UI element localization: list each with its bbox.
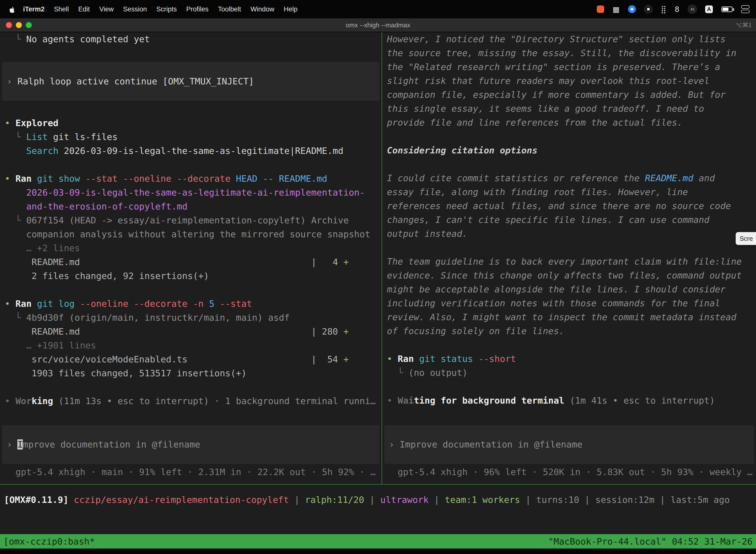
text-segment (32, 298, 37, 309)
keyboard-grid-icon[interactable]: ▦ (613, 5, 620, 14)
text-segment: (11m 13s • esc to interrupt) · 1 backgro… (53, 396, 376, 406)
terminal-line (382, 241, 756, 255)
screen-overlay-tab[interactable]: Scre (736, 232, 756, 245)
terminal-line: companion analysis without altering the … (0, 227, 381, 241)
menu-item-window[interactable]: Window (246, 5, 279, 13)
terminal-line: • Waiting for background terminal (1m 41… (382, 394, 756, 407)
ghost-app-icon[interactable]: 8 (675, 5, 679, 14)
text-segment: No agents completed yet (26, 34, 150, 44)
right-pane[interactable]: However, I noticed the "Directory Struct… (382, 32, 756, 484)
text-segment (75, 298, 80, 309)
terminal-line: output instead. (382, 227, 756, 241)
menu-item-profiles[interactable]: Profiles (182, 5, 213, 13)
apple-menu[interactable] (6, 5, 18, 13)
text-segment: and-the-erosion-of-copyleft.md (5, 201, 188, 212)
text-segment: | (654, 495, 671, 505)
terminal-line: references need actual files, and since … (382, 199, 756, 213)
text-segment: Ran (15, 173, 32, 184)
text-segment: including verification notes with those … (387, 298, 720, 308)
window-title-bar[interactable]: omx --xhigh --madmax ⌥⌘1 (0, 18, 756, 32)
apps-grid-icon[interactable]: ⣿ (661, 5, 666, 14)
text-segment: HEAD -- README.md (236, 173, 327, 184)
menu-item-iterm2[interactable]: iTerm2 (18, 5, 49, 13)
terminal-line: review. Also, I might want to inspect th… (382, 310, 756, 324)
text-segment: … +2 lines (5, 243, 80, 253)
text-segment: └ (5, 313, 26, 323)
text-segment: README.md | 280 (5, 326, 343, 337)
right-prompt-input[interactable]: › Improve documentation in @filename (384, 425, 754, 464)
text-segment (231, 173, 236, 184)
text-segment: this single essay, it seems like a good … (387, 104, 704, 114)
terminal-line: the "Related research writing" section i… (382, 60, 756, 74)
terminal-line: of focusing solely on file lines. (382, 324, 756, 338)
window-shortcut-badge: ⌥⌘1 (736, 21, 752, 29)
terminal-line: • Ran git log --oneline --decorate -n 5 … (0, 297, 381, 311)
text-segment: | (364, 495, 380, 505)
menu-bar-status-icons: ▦ ⣿ 8 .61 A (597, 5, 750, 14)
text-segment: └ (387, 368, 408, 378)
menu-item-scripts[interactable]: Scripts (151, 5, 182, 13)
menu-item-session[interactable]: Session (118, 5, 151, 13)
text-segment: src/voice/voiceModeEnabled.ts | 54 (5, 354, 343, 365)
terminal-line: including verification notes with those … (382, 296, 756, 310)
text-segment: git ls-files (48, 132, 118, 142)
text-segment: slight risk that future readers may over… (387, 76, 709, 86)
terminal-line: might be acceptable alongside the file l… (382, 282, 756, 296)
text-segment: gpt-5.4 xhigh · main · 91% left · 2.31M … (5, 467, 376, 477)
text-segment: Wai (397, 395, 414, 405)
text-segment: --stat (220, 298, 252, 309)
tmux-host-time: "MacBook-Pro-44.local" 04:52 31-Mar-26 (548, 536, 753, 547)
bottom-gap (0, 549, 756, 554)
text-segment (188, 298, 193, 309)
text-segment: changes, I can't cite specific file line… (387, 215, 709, 225)
text-segment: turns:10 (536, 495, 579, 505)
terminal-line (382, 380, 756, 394)
left-input-line: › Improve documentation in @filename (2, 438, 379, 451)
terminal-line: changes, I can't cite specific file line… (382, 213, 756, 227)
control-center-icon[interactable] (741, 5, 750, 13)
text-segment: companion file, especially if more comme… (387, 90, 726, 100)
text-segment: mprove documentation in @filename (23, 439, 200, 449)
battery-percent-icon[interactable]: .61 (688, 5, 697, 14)
text-segment: • (387, 395, 397, 405)
battery-icon[interactable] (721, 6, 733, 12)
terminal-line: • Ran git show --stat --oneline --decora… (0, 172, 381, 186)
text-segment: the "Related research writing" section i… (387, 62, 720, 72)
terminal-line: • Explored (0, 116, 381, 130)
terminal-line (0, 158, 381, 172)
text-segment (214, 298, 220, 309)
terminal-line: └ 067f154 (HEAD -> essay/ai-reimplementa… (0, 214, 381, 227)
terminal-line (0, 283, 381, 297)
input-source-icon[interactable]: A (705, 5, 713, 13)
terminal-line: • Ran git status --short (382, 352, 756, 366)
text-segment: + (343, 326, 349, 337)
text-segment: session:12m (595, 495, 654, 505)
text-segment (414, 354, 419, 364)
text-segment: (1m 41s • esc to interrupt) (564, 395, 715, 405)
text-segment: ting for background terminal (414, 395, 564, 405)
text-segment: [OMX#0.11.9] (4, 495, 74, 505)
left-prompt-input[interactable]: › Improve documentation in @filename (2, 425, 379, 464)
text-segment (32, 173, 37, 184)
text-segment: However, I noticed the "Directory Struct… (387, 34, 726, 44)
terminal-line: 2026-03-09-is-legal-the-same-as-legitima… (0, 186, 381, 200)
menu-item-toolbelt[interactable]: Toolbelt (213, 5, 246, 13)
menu-item-help[interactable]: Help (279, 5, 302, 13)
text-segment: ralph:11/20 (305, 495, 364, 505)
text-segment: Search (26, 146, 59, 156)
menu-item-edit[interactable]: Edit (74, 5, 95, 13)
text-segment: README.md | 4 (5, 257, 343, 267)
menu-item-view[interactable]: View (94, 5, 118, 13)
dark-app-icon[interactable] (644, 5, 652, 13)
text-segment: output instead. (387, 229, 467, 239)
tmux-status-bar: [omx-cczip0:bash* "MacBook-Pro-44.local"… (0, 534, 756, 549)
terminal-line: provide file and line references from th… (382, 116, 756, 129)
text-segment: • (5, 118, 15, 128)
text-segment: List (26, 132, 48, 142)
blue-app-icon[interactable] (628, 5, 636, 13)
terminal-line: Search 2026-03-09-is-legal-the-same-as-l… (0, 144, 381, 158)
terminal-line: • Working (11m 13s • esc to interrupt) ·… (0, 394, 381, 408)
left-pane[interactable]: └ No agents completed yet › Ralph loop a… (0, 32, 381, 484)
screen-recording-indicator-icon[interactable] (597, 5, 604, 13)
menu-item-shell[interactable]: Shell (49, 5, 74, 13)
